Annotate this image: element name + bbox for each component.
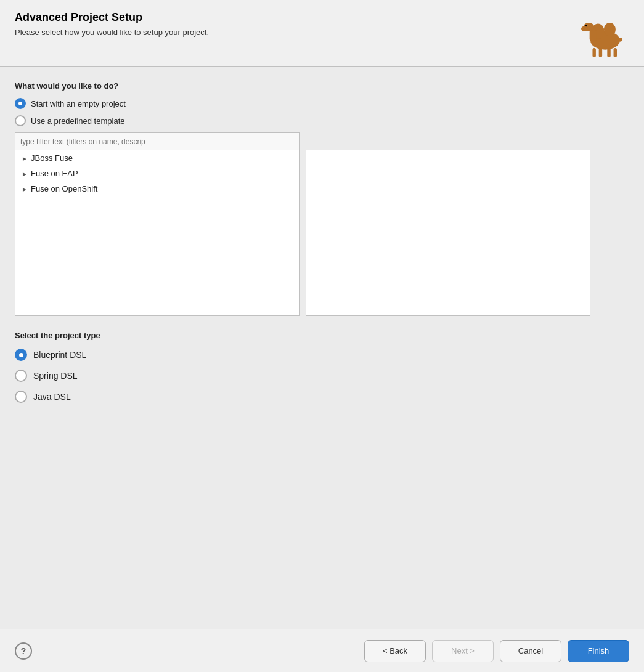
section1-label: What would you like to do?: [15, 81, 629, 91]
filter-row: [15, 132, 629, 150]
svg-rect-8: [607, 48, 610, 57]
dialog-subtitle: Please select how you would like to setu…: [15, 28, 209, 37]
footer-left: ?: [15, 642, 32, 660]
section2-label: Select the project type: [15, 331, 629, 340]
radio-label-template: Use a predefined template: [31, 116, 124, 126]
svg-point-11: [585, 25, 587, 27]
radio-blueprint-dsl[interactable]: Blueprint DSL: [15, 349, 629, 361]
finish-label: Finish: [588, 646, 609, 655]
radio-btn-java[interactable]: [15, 391, 27, 403]
help-button[interactable]: ?: [15, 642, 32, 660]
radio-empty-project[interactable]: Start with an empty project: [15, 98, 629, 109]
svg-point-2: [604, 23, 616, 36]
svg-rect-9: [614, 48, 617, 57]
tree-arrow-icon: ►: [22, 171, 28, 177]
tree-arrow-icon: ►: [22, 186, 28, 192]
cancel-label: Cancel: [518, 646, 543, 655]
radio-label-blueprint: Blueprint DSL: [33, 350, 86, 360]
radio-label-empty: Start with an empty project: [31, 99, 126, 108]
svg-rect-6: [592, 48, 595, 57]
footer-right: < Back Next > Cancel Finish: [364, 640, 629, 662]
radio-label-spring: Spring DSL: [33, 371, 78, 381]
template-section: ► JBoss Fuse ► Fuse on EAP ► Fuse on Ope…: [15, 132, 629, 316]
list-item[interactable]: ► JBoss Fuse: [15, 150, 299, 166]
dialog-footer: ? < Back Next > Cancel Finish: [0, 629, 644, 672]
panels-row: ► JBoss Fuse ► Fuse on EAP ► Fuse on Ope…: [15, 150, 629, 316]
radio-btn-spring[interactable]: [15, 370, 27, 382]
radio-predefined-template[interactable]: Use a predefined template: [15, 115, 629, 126]
tree-arrow-icon: ►: [22, 155, 28, 161]
finish-button[interactable]: Finish: [568, 640, 629, 662]
filter-input[interactable]: [15, 132, 300, 150]
tree-item-label: Fuse on EAP: [31, 169, 78, 178]
project-type-section: Select the project type Blueprint DSL Sp…: [15, 331, 629, 403]
help-icon: ?: [21, 646, 26, 656]
list-item[interactable]: ► Fuse on EAP: [15, 166, 299, 181]
template-detail-panel: [306, 150, 590, 316]
dialog-header: Advanced Project Setup Please select how…: [0, 0, 644, 67]
cancel-button[interactable]: Cancel: [500, 640, 561, 662]
main-content: What would you like to do? Start with an…: [0, 67, 644, 629]
tree-item-label: Fuse on OpenShift: [31, 184, 97, 193]
dialog-title: Advanced Project Setup: [15, 11, 209, 24]
camel-logo-icon: [577, 11, 629, 57]
svg-point-10: [618, 38, 622, 42]
back-label: < Back: [383, 646, 407, 655]
svg-point-5: [581, 26, 588, 31]
radio-btn-empty[interactable]: [15, 98, 26, 109]
svg-rect-7: [599, 48, 602, 57]
next-button[interactable]: Next >: [432, 640, 494, 662]
radio-btn-template[interactable]: [15, 115, 26, 126]
next-label: Next >: [451, 646, 475, 655]
radio-label-java: Java DSL: [33, 392, 71, 402]
radio-btn-blueprint[interactable]: [15, 349, 27, 361]
template-list-panel[interactable]: ► JBoss Fuse ► Fuse on EAP ► Fuse on Ope…: [15, 150, 300, 316]
svg-rect-3: [590, 30, 597, 41]
radio-java-dsl[interactable]: Java DSL: [15, 391, 629, 403]
list-item[interactable]: ► Fuse on OpenShift: [15, 181, 299, 196]
radio-spring-dsl[interactable]: Spring DSL: [15, 370, 629, 382]
header-text: Advanced Project Setup Please select how…: [15, 11, 209, 37]
back-button[interactable]: < Back: [364, 640, 426, 662]
tree-item-label: JBoss Fuse: [31, 153, 73, 163]
